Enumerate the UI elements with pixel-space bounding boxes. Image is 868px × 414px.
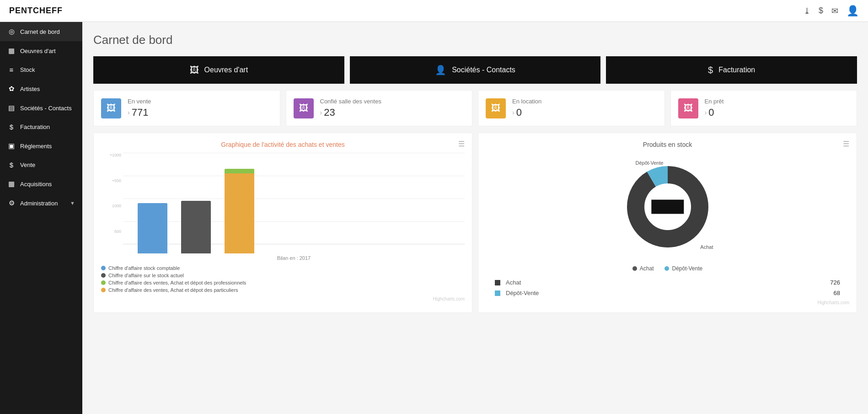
sidebar-label-carnet: Carnet de bord <box>20 28 60 35</box>
sidebar-item-oeuvres-dart[interactable]: ▦ Oeuvres d'art <box>0 41 82 60</box>
bar-chart-menu-icon[interactable]: ☰ <box>458 140 465 148</box>
sidebar-label-acquisitions: Acquisitions <box>20 181 52 188</box>
legend-item-1: Chiffre d'affaire sur le stock actuel <box>101 273 465 278</box>
user-icon[interactable]: 👤 <box>847 5 859 17</box>
legend-item-0: Chiffre d'affaire stock comptable <box>101 265 465 271</box>
bar-chart-area: +1000 +500 1000 500 <box>101 153 465 253</box>
donut-legend-depot: Dépôt-Vente <box>664 265 702 272</box>
sidebar: ◎ Carnet de bord ▦ Oeuvres d'art ≡ Stock… <box>0 22 82 414</box>
donut-center-label <box>651 200 684 214</box>
stat-card-en-vente[interactable]: 🖼 En vente › 771 <box>93 90 280 126</box>
sidebar-label-oeuvres: Oeuvres d'art <box>20 48 56 54</box>
stat-label-en-vente: En vente <box>128 98 151 105</box>
sidebar-label-facturation: Facturation <box>20 124 50 130</box>
bilan-label: Bilan en : 2017 <box>123 255 465 261</box>
legend-label-3: Chiffre d'affaire des ventes, Achat et d… <box>108 287 238 293</box>
vente-icon: $ <box>7 161 16 169</box>
bar-2-inner <box>181 201 211 253</box>
sidebar-label-stock: Stock <box>20 66 35 73</box>
oeuvres-btn-label: Oeuvres d'art <box>204 66 248 74</box>
bar-3 <box>225 169 254 253</box>
stat-value-en-vente: › 771 <box>128 107 148 118</box>
stat-value-pret: › 0 <box>705 107 714 118</box>
administration-chevron: ▼ <box>70 200 75 206</box>
sidebar-item-artistes[interactable]: ✿ Artistes <box>0 79 82 98</box>
mail-icon[interactable]: ✉ <box>831 6 838 16</box>
sidebar-item-reglements[interactable]: ▣ Réglements <box>0 136 82 156</box>
sidebar-label-reglements: Réglements <box>20 143 52 150</box>
legend-dot-dark <box>101 273 106 278</box>
stat-cards-row: 🖼 En vente › 771 🖼 Confié salle des vent… <box>93 90 857 126</box>
sidebar-item-societes[interactable]: ▤ Sociétés - Contacts <box>0 98 82 118</box>
oeuvres-icon: ▦ <box>7 47 16 55</box>
donut-name-depot: Dépôt-Vente <box>506 290 828 296</box>
bar-chart-title: Graphique de l'activité des achats et ve… <box>174 141 392 148</box>
stat-value-location: › 0 <box>512 107 522 118</box>
logo: PENTCHEFF <box>9 6 63 16</box>
stat-label-confie: Confié salle des ventes <box>320 98 381 105</box>
donut-floating-label-achat: Achat <box>700 244 713 250</box>
topbar: PENTCHEFF ⤓ $ ✉ 👤 <box>0 0 868 22</box>
stat-card-en-location[interactable]: 🖼 En location › 0 <box>478 90 665 126</box>
y-axis: +1000 +500 1000 500 <box>101 153 123 244</box>
bar-1-inner <box>138 203 167 253</box>
bars-container <box>138 162 455 253</box>
legend-item-3: Chiffre d'affaire des ventes, Achat et d… <box>101 287 465 293</box>
page-title: Carnet de bord <box>93 33 857 47</box>
stat-icon-confie: 🖼 <box>294 98 314 118</box>
donut-chart-card: Produits en stock ☰ <box>478 133 857 313</box>
bar-chart-legend: Chiffre d'affaire stock comptable Chiffr… <box>101 265 465 293</box>
donut-sq-achat <box>495 280 500 285</box>
donut-legend-label-depot: Dépôt-Vente <box>672 265 702 272</box>
societes-btn-label: Sociétés - Contacts <box>452 66 515 74</box>
donut-area: Dépôt-Vente Achat <box>486 152 849 262</box>
stat-card-confie-salle[interactable]: 🖼 Confié salle des ventes › 23 <box>286 90 473 126</box>
sidebar-item-carnet-de-bord[interactable]: ◎ Carnet de bord <box>0 22 82 41</box>
facturation-btn-icon: $ <box>708 65 713 75</box>
dollar-icon[interactable]: $ <box>819 6 823 16</box>
donut-name-achat: Achat <box>506 279 825 286</box>
sidebar-item-vente[interactable]: $ Vente <box>0 156 82 174</box>
sidebar-item-facturation[interactable]: $ Facturation <box>0 118 82 136</box>
stat-icon-en-vente: 🖼 <box>101 98 121 118</box>
donut-legend-dot-depot <box>664 266 669 271</box>
donut-val-achat: 726 <box>830 279 840 286</box>
stat-icon-pret: 🖼 <box>678 98 698 118</box>
artistes-icon: ✿ <box>7 85 16 93</box>
legend-label-2: Chiffre d'affaire des ventes, Achat et d… <box>108 280 246 285</box>
acquisitions-icon: ▦ <box>7 180 16 188</box>
societes-contacts-button[interactable]: 👤 Sociétés - Contacts <box>350 56 601 84</box>
facturation-icon: $ <box>7 123 16 131</box>
bar-1 <box>138 203 167 253</box>
stock-icon: ≡ <box>7 66 16 74</box>
bar-2 <box>181 201 211 253</box>
oeuvres-btn-icon: 🖼 <box>190 65 199 75</box>
sidebar-label-societes: Sociétés - Contacts <box>20 105 72 112</box>
facturation-button[interactable]: $ Facturation <box>606 56 857 84</box>
sidebar-item-administration[interactable]: ⚙ Administration ▼ <box>0 194 82 213</box>
download-icon[interactable]: ⤓ <box>804 6 810 16</box>
donut-chart-menu-icon[interactable]: ☰ <box>843 140 849 148</box>
donut-legend-achat: Achat <box>632 265 654 272</box>
carnet-icon: ◎ <box>7 27 16 36</box>
legend-item-2: Chiffre d'affaire des ventes, Achat et d… <box>101 280 465 285</box>
stat-card-en-pret[interactable]: 🖼 En prêt › 0 <box>670 90 857 126</box>
sidebar-item-stock[interactable]: ≡ Stock <box>0 60 82 79</box>
legend-dot-green <box>101 280 106 285</box>
donut-svg-wrap: Dépôt-Vente Achat <box>617 156 718 257</box>
facturation-btn-label: Facturation <box>718 66 755 74</box>
stat-value-confie: › 23 <box>320 107 335 118</box>
legend-label-1: Chiffre d'affaire sur le stock actuel <box>108 273 184 278</box>
donut-row-achat: Achat 726 <box>495 279 840 286</box>
main-content: Carnet de bord 🖼 Oeuvres d'art 👤 Société… <box>82 22 868 414</box>
layout: ◎ Carnet de bord ▦ Oeuvres d'art ≡ Stock… <box>0 22 868 414</box>
donut-legend-dot-achat <box>632 266 637 271</box>
donut-chart-title: Produits en stock <box>558 141 777 148</box>
stat-icon-location: 🖼 <box>486 98 506 118</box>
donut-bottom-legend: Achat Dépôt-Vente <box>486 265 849 272</box>
sidebar-label-administration: Administration <box>20 200 58 207</box>
oeuvres-art-button[interactable]: 🖼 Oeuvres d'art <box>93 56 344 84</box>
societes-btn-icon: 👤 <box>435 65 446 75</box>
societes-icon: ▤ <box>7 104 16 112</box>
sidebar-item-acquisitions[interactable]: ▦ Acquisitions <box>0 174 82 194</box>
